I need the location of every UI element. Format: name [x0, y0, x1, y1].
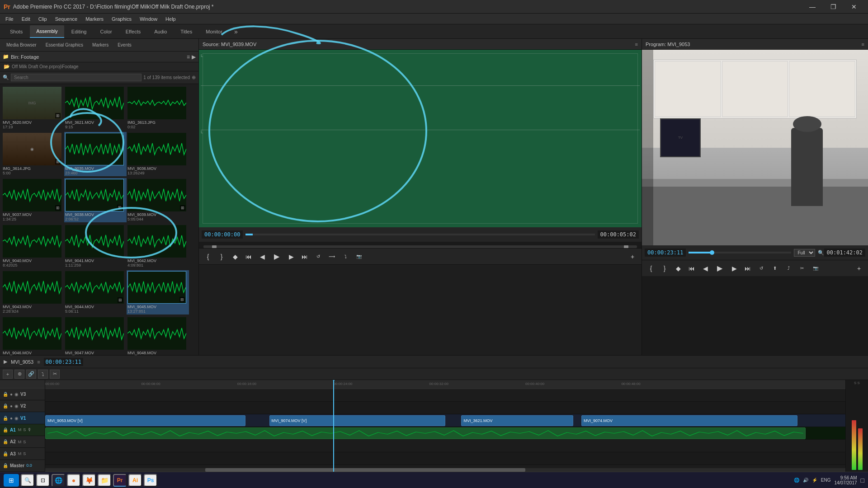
v2-lock-icon[interactable]: 🔒: [3, 404, 8, 408]
v2-vis-icon[interactable]: ●: [10, 404, 13, 408]
a1-voice-button[interactable]: 🎙: [27, 427, 32, 432]
start-button[interactable]: ⊞: [4, 474, 19, 487]
tab-audio[interactable]: Audio: [148, 25, 173, 38]
program-video-area[interactable]: TV: [642, 50, 868, 245]
menu-edit[interactable]: Edit: [18, 15, 34, 23]
tab-events[interactable]: Events: [114, 42, 135, 48]
program-add-button[interactable]: +: [854, 263, 864, 274]
source-step-back-button[interactable]: ◀: [257, 251, 268, 262]
media-item-mvi9047[interactable]: MVI_9047.MOV 11:13:340: [64, 316, 127, 361]
program-mark-out-button[interactable]: }: [659, 263, 670, 274]
media-item-mvi9041[interactable]: MVI_9041.MOV 1:11:259: [64, 224, 127, 268]
menu-window[interactable]: Window: [136, 15, 161, 23]
restore-button[interactable]: ❐: [823, 0, 844, 14]
program-trim-button[interactable]: ✂: [797, 263, 807, 274]
bin-expand-icon[interactable]: ≡: [187, 54, 190, 60]
v1-lock-icon[interactable]: 🔒: [3, 416, 8, 421]
source-mark-out-button[interactable]: }: [216, 251, 227, 262]
tab-markers[interactable]: Markers: [89, 42, 112, 48]
program-loop-button[interactable]: ↺: [756, 263, 767, 274]
media-item-mvi9037[interactable]: ⊞ MVI_9037.MOV 1:34:25: [2, 178, 64, 222]
program-progress-bar[interactable]: [689, 252, 791, 253]
tab-monitor[interactable]: Monitor: [199, 25, 229, 38]
menu-clip[interactable]: Clip: [35, 15, 51, 23]
program-extract-button[interactable]: ⤴: [783, 263, 794, 274]
taskbar-premiere-button[interactable]: Pr: [113, 474, 127, 487]
taskbar-ie-button[interactable]: 🌐: [52, 474, 65, 487]
a2-mute-button[interactable]: M: [18, 439, 22, 445]
taskbar-illustrator-button[interactable]: Ai: [128, 474, 142, 487]
v2-sync-icon[interactable]: ◉: [14, 404, 19, 408]
v1-vis-icon[interactable]: ●: [10, 416, 13, 421]
media-item-mvi9046[interactable]: MVI_9046.MOV 9:45:276: [2, 316, 64, 361]
source-play-button[interactable]: ▶: [270, 250, 283, 263]
media-item-mvi9038[interactable]: ⊞ MVI_9038.MOV 2:06:52: [64, 178, 127, 222]
source-mark-in-button[interactable]: {: [203, 251, 213, 262]
a1-solo-button[interactable]: S: [23, 427, 26, 432]
media-item-img3613[interactable]: IMG_3613.JPG 0:02: [127, 86, 189, 130]
media-item-mvi9044[interactable]: ⊞ MVI_9044.MOV 5:06:11: [64, 270, 127, 314]
media-item-mvi9048[interactable]: MVI_9048.MOV 8:45:228: [127, 316, 189, 361]
source-insert-button[interactable]: ⟿: [326, 251, 337, 262]
a1-mute-button[interactable]: M: [18, 427, 22, 432]
menu-sequence[interactable]: Sequence: [52, 15, 81, 23]
timeline-playhead[interactable]: [333, 380, 334, 472]
clip-audio-1[interactable]: [45, 427, 806, 439]
media-item-mvi9039[interactable]: ⊞ MVI_9039.MOV 5:05:044: [127, 178, 189, 222]
minimize-button[interactable]: —: [802, 0, 823, 14]
media-item-mvi9035[interactable]: MVI_9035.MOV 23:460: [64, 132, 127, 176]
menu-markers[interactable]: Markers: [82, 15, 107, 23]
program-export-button[interactable]: 📷: [810, 263, 821, 274]
program-lift-button[interactable]: ⬆: [769, 263, 780, 274]
program-step-back-button[interactable]: ◀: [700, 263, 711, 274]
timeline-seq-menu[interactable]: ≡: [37, 359, 40, 365]
source-next-frame-button[interactable]: ⏭: [299, 251, 310, 262]
program-play-button[interactable]: ▶: [713, 262, 726, 275]
source-time-out[interactable]: 00:00:05:02: [598, 230, 639, 239]
a2-solo-button[interactable]: S: [23, 439, 26, 445]
media-item-mvi3621[interactable]: MVI_3621.MOV 9:15: [64, 86, 127, 130]
program-next-button[interactable]: ⏭: [742, 263, 753, 274]
a3-lock-icon[interactable]: 🔒: [3, 451, 8, 456]
a1-lock-icon[interactable]: 🔒: [3, 427, 8, 432]
program-add-marker-button[interactable]: ◆: [673, 263, 684, 274]
menu-help[interactable]: Help: [162, 15, 179, 23]
timeline-scrollbar[interactable]: [45, 468, 845, 472]
search-input[interactable]: [11, 74, 142, 81]
tab-assembly[interactable]: Assembly: [30, 25, 64, 38]
source-prev-frame-button[interactable]: ⏮: [243, 251, 254, 262]
source-add-button[interactable]: +: [627, 251, 638, 262]
tab-editing[interactable]: Editing: [65, 25, 93, 38]
taskbar-explorer-button[interactable]: 📁: [98, 474, 111, 487]
v3-sync-icon[interactable]: ◉: [14, 392, 19, 397]
clip-mvi9053-v[interactable]: MVI_9053.MOV [V]: [45, 415, 245, 426]
tab-essential-graphics[interactable]: Essential Graphics: [42, 42, 87, 48]
taskbar-search-button[interactable]: 🔍: [21, 474, 34, 487]
find-icon[interactable]: ⊕: [192, 75, 196, 80]
bin-more-icon[interactable]: ▶: [192, 54, 196, 60]
program-prev-button[interactable]: ⏮: [686, 263, 697, 274]
timeline-scrollbar-thumb[interactable]: [205, 468, 525, 472]
media-item-mvi9042[interactable]: MVI_9042.MOV 4:09:801: [127, 224, 189, 268]
tab-shots[interactable]: Shots: [4, 25, 29, 38]
timeline-add-track-button[interactable]: +: [3, 370, 13, 379]
source-add-marker-button[interactable]: ◆: [230, 251, 241, 262]
media-item-mvi9036[interactable]: MVI_9036.MOV 13:26249: [127, 132, 189, 176]
media-item-mvi9040[interactable]: MVI_9040.MOV 8:42025: [2, 224, 64, 268]
media-item-img3614[interactable]: ◉ ⊞ IMG_3614.JPG 5:00: [2, 132, 64, 176]
source-loop-button[interactable]: ↺: [313, 251, 324, 262]
program-mark-in-button[interactable]: {: [646, 263, 656, 274]
tab-effects[interactable]: Effects: [119, 25, 147, 38]
tab-more-icon[interactable]: »: [231, 28, 241, 35]
timeline-snapping-button[interactable]: ⊕: [14, 370, 24, 379]
source-video-area[interactable]: L L: [199, 50, 642, 227]
v1-sync-icon[interactable]: ◉: [14, 416, 19, 421]
tab-color[interactable]: Color: [94, 25, 118, 38]
taskbar-firefox-button[interactable]: 🦊: [82, 474, 96, 487]
taskbar-chrome-button[interactable]: ●: [67, 474, 80, 487]
program-menu-icon[interactable]: ≡: [862, 42, 864, 47]
v3-vis-icon[interactable]: ●: [10, 392, 13, 397]
media-item-mvi9043[interactable]: MVI_9043.MOV 2:28:924: [2, 270, 64, 314]
tab-media-browser[interactable]: Media Browser: [3, 42, 40, 48]
master-lock-icon[interactable]: 🔒: [3, 463, 8, 468]
